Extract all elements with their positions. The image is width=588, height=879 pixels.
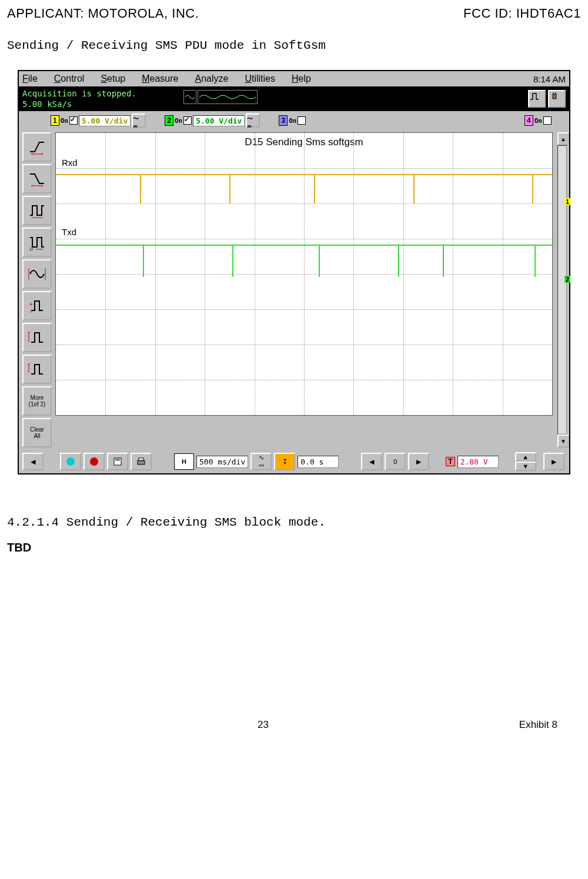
- menu-control[interactable]: Control: [54, 73, 85, 84]
- pos-right-btn[interactable]: ▶: [408, 453, 429, 470]
- ch2-on-label: On: [175, 117, 182, 125]
- tool-more[interactable]: More (1of 2): [22, 386, 52, 416]
- rxd-spike: [314, 174, 315, 203]
- svg-rect-7: [115, 458, 120, 461]
- menu-setup[interactable]: Setup: [101, 73, 125, 84]
- menu-analyze[interactable]: Analyze: [195, 73, 228, 84]
- ch1-checkbox[interactable]: [69, 116, 78, 125]
- pos-center-btn[interactable]: 0: [385, 453, 406, 470]
- rxd-spike: [229, 174, 230, 203]
- txd-spike: [319, 245, 320, 277]
- txd-spike: [534, 245, 536, 277]
- trace-label-rxd: Rxd: [62, 158, 78, 168]
- header-applicant: APPLICANT: MOTOROLA, INC.: [7, 6, 199, 21]
- txd-spike: [443, 245, 444, 277]
- waveform-plot[interactable]: D15 Sending Sms softgsm Rxd Txd: [55, 132, 553, 416]
- ch1-vdiv[interactable]: 5.00 V/div: [79, 115, 131, 126]
- tool-fall-edge[interactable]: [22, 164, 52, 193]
- pulse-icon-button[interactable]: [528, 90, 546, 108]
- ch3-badge: 3: [279, 115, 288, 126]
- exhibit-label: Exhibit 8: [519, 719, 557, 731]
- trig-up-btn[interactable]: ▲: [515, 452, 536, 462]
- run-indicator[interactable]: [60, 453, 81, 470]
- scroll-left-icon[interactable]: ◀: [22, 453, 44, 470]
- tool-max[interactable]: [22, 323, 52, 352]
- menu-measure[interactable]: Measure: [142, 73, 178, 84]
- ch2-vdiv[interactable]: 5.00 V/div: [193, 115, 245, 126]
- header-fccid: FCC ID: IHDT6AC1: [463, 6, 581, 21]
- svg-rect-8: [138, 460, 145, 464]
- marker-ch2[interactable]: 2: [564, 276, 570, 283]
- tool-min[interactable]: [22, 355, 52, 384]
- delay-field[interactable]: 0.0 s: [298, 456, 339, 468]
- svg-rect-0: [553, 94, 556, 99]
- ch1-coupling-btn[interactable]: 〜≃: [132, 113, 146, 128]
- hdiv-mode-btn[interactable]: ∿∾: [250, 453, 272, 470]
- channel-3[interactable]: 3 On: [279, 115, 306, 126]
- clock-time: 8:14 AM: [533, 74, 566, 84]
- hdiv-field[interactable]: 500 ms/div: [196, 456, 248, 468]
- ch1-on-label: On: [61, 117, 68, 125]
- rxd-spike: [140, 174, 141, 203]
- channel-1[interactable]: 1 On 5.00 V/div 〜≃: [51, 113, 146, 128]
- horiz-label: H: [174, 453, 194, 470]
- channel-2[interactable]: 2 On 5.00 V/div 〜≃: [165, 113, 260, 128]
- delay-ref-icon[interactable]: ↧: [274, 453, 295, 470]
- ch1-badge: 1: [51, 115, 59, 126]
- ch4-on-label: On: [534, 117, 542, 125]
- trace-label-txd: Txd: [62, 227, 76, 237]
- scroll-right-icon[interactable]: ▶: [543, 453, 564, 470]
- stop-indicator[interactable]: [83, 453, 105, 470]
- trigger-level-field[interactable]: 2.80 V: [457, 456, 499, 468]
- channel-4[interactable]: 4 On: [524, 115, 552, 126]
- measurement-toolbar: 1/ +− More (1of 2) Clear All: [19, 130, 53, 450]
- ch4-badge: 4: [524, 115, 533, 126]
- trace-rxd: [56, 174, 552, 175]
- svg-text:−: −: [29, 309, 33, 315]
- acq-status: Acquisition is stopped.: [22, 89, 136, 98]
- tool-amplitude[interactable]: +−: [22, 291, 52, 320]
- section-heading: 4.2.1.4 Sending / Receiving SMS block mo…: [7, 516, 581, 529]
- sample-rate: 5.00 kSa/s: [22, 99, 72, 109]
- svg-text:1/: 1/: [29, 246, 34, 252]
- marker-ch1[interactable]: 1: [564, 198, 570, 205]
- tool-peak-peak[interactable]: [22, 259, 52, 289]
- menu-help[interactable]: Help: [292, 73, 311, 84]
- scroll-up-icon[interactable]: ▲: [557, 132, 569, 145]
- figure-caption: Sending / Receiving SMS PDU mode in Soft…: [7, 39, 581, 52]
- ch4-checkbox[interactable]: [543, 116, 552, 125]
- page-number: 23: [258, 719, 269, 731]
- status-bar: Acquisition is stopped. 5.00 kSa/s: [19, 86, 569, 111]
- txd-spike: [232, 245, 233, 277]
- ch2-checkbox[interactable]: [183, 116, 192, 125]
- ch2-coupling-btn[interactable]: 〜≃: [246, 113, 260, 128]
- tool-pulse-width-pos[interactable]: [22, 196, 52, 225]
- scrollbar-vertical[interactable]: [557, 145, 567, 435]
- ch3-checkbox[interactable]: [298, 116, 306, 125]
- channel-controls: 1 On 5.00 V/div 〜≃ 2 On 5.00 V/div 〜≃ 3 …: [19, 111, 569, 130]
- print-icon-button[interactable]: [131, 453, 152, 470]
- ch3-on-label: On: [289, 117, 296, 125]
- save-icon-button[interactable]: [107, 453, 128, 470]
- txd-spike: [143, 245, 144, 277]
- menu-utilities[interactable]: Utilities: [245, 73, 275, 84]
- rxd-spike: [413, 174, 415, 203]
- timebase-bar: ◀ H 500 ms/div ∿∾ ↧ 0.0 s ◀ 0 ▶ T 2.80 V…: [19, 450, 569, 473]
- rxd-spike: [532, 174, 533, 203]
- svg-text:+: +: [29, 301, 33, 308]
- oscilloscope-window: File Control Setup Measure Analyze Utili…: [18, 70, 570, 474]
- tbd-text: TBD: [7, 541, 581, 554]
- tool-rise-edge[interactable]: [22, 132, 52, 162]
- svg-rect-9: [139, 458, 143, 460]
- tool-clear-all[interactable]: Clear All: [22, 418, 52, 447]
- trigger-label: T: [446, 457, 455, 466]
- scroll-down-icon[interactable]: ▼: [557, 435, 569, 447]
- trig-down-btn[interactable]: ▼: [515, 462, 536, 471]
- menu-file[interactable]: File: [22, 73, 38, 84]
- tool-pulse-width-neg[interactable]: 1/: [22, 228, 52, 257]
- pos-left-btn[interactable]: ◀: [361, 453, 382, 470]
- trace-txd: [56, 245, 552, 246]
- waveform-preview: [183, 90, 258, 104]
- plug-icon-button[interactable]: [548, 90, 566, 108]
- txd-spike: [398, 245, 399, 277]
